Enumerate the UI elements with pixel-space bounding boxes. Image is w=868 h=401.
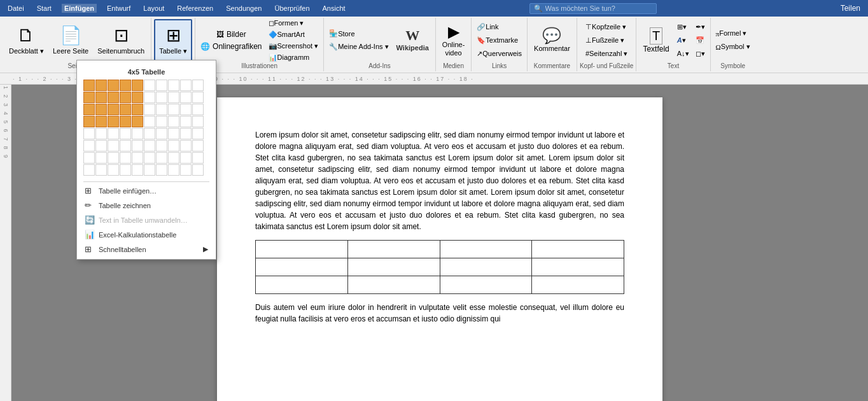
grid-cell[interactable] [120, 104, 131, 115]
grid-cell[interactable] [144, 116, 155, 127]
seitenumbruch-button[interactable]: ⊡ Seitenumbruch [94, 19, 148, 61]
grid-cell[interactable] [120, 92, 131, 103]
menu-entwurf[interactable]: Entwurf [104, 4, 133, 13]
textmarke-button[interactable]: 🔖 Textmarke [474, 34, 524, 46]
grid-cell[interactable] [168, 152, 179, 164]
grid-cell[interactable] [132, 140, 143, 151]
table-grid[interactable] [83, 80, 209, 176]
grid-cell[interactable] [144, 152, 155, 164]
screenshot-button[interactable]: 📷 Screenshot ▾ [266, 41, 321, 52]
search-box[interactable]: 🔍 [529, 3, 657, 14]
grid-cell[interactable] [108, 128, 119, 139]
grid-cell[interactable] [168, 92, 179, 103]
grid-cell[interactable] [180, 164, 192, 176]
grid-cell[interactable] [192, 80, 204, 91]
grid-cell[interactable] [95, 104, 107, 115]
grid-cell[interactable] [108, 164, 119, 176]
grid-cell[interactable] [132, 128, 143, 139]
grid-cell[interactable] [83, 164, 95, 176]
schnellbausteine-button[interactable]: ⊞▾ [675, 20, 692, 33]
grid-cell[interactable] [180, 128, 192, 139]
link-button[interactable]: 🔗 Link [474, 20, 524, 33]
grid-cell[interactable] [108, 92, 119, 103]
menu-einfuegen[interactable]: Einfügen [62, 4, 97, 13]
grid-cell[interactable] [132, 92, 143, 103]
tabelle-zeichnen-item[interactable]: ✏ Tabelle zeichnen [80, 198, 213, 213]
grid-cell[interactable] [95, 164, 107, 176]
grid-cell[interactable] [120, 80, 131, 91]
grid-cell[interactable] [168, 128, 179, 139]
seitenzahl-button[interactable]: # Seitenzahl ▾ [583, 47, 631, 60]
grid-cell[interactable] [108, 104, 119, 115]
wikipedia-button[interactable]: W Wikipedia [393, 19, 433, 61]
grid-cell[interactable] [156, 104, 167, 115]
grid-cell[interactable] [144, 104, 155, 115]
grid-cell[interactable] [132, 152, 143, 164]
grid-cell[interactable] [95, 116, 107, 127]
search-input[interactable] [545, 4, 647, 12]
grid-cell[interactable] [168, 140, 179, 151]
objekt-button[interactable]: ◻▾ [693, 47, 708, 60]
grid-cell[interactable] [180, 104, 192, 115]
grid-cell[interactable] [132, 80, 143, 91]
formen-button[interactable]: ◻ Formen ▾ [266, 18, 321, 29]
grid-cell[interactable] [144, 140, 155, 151]
kommentar-button[interactable]: 💬 Kommentar [530, 19, 574, 61]
menu-referenzen[interactable]: Referenzen [174, 4, 216, 13]
grid-cell[interactable] [120, 128, 131, 139]
grid-cell[interactable] [120, 140, 131, 151]
fusszeile-button[interactable]: ⊥ Fußzeile ▾ [583, 34, 631, 46]
grid-cell[interactable] [192, 104, 204, 115]
grid-cell[interactable] [168, 104, 179, 115]
grid-cell[interactable] [144, 92, 155, 103]
grid-cell[interactable] [192, 128, 204, 139]
grid-cell[interactable] [95, 92, 107, 103]
grid-cell[interactable] [156, 152, 167, 164]
textfeld-button[interactable]: T Textfeld [639, 26, 673, 55]
formel-button[interactable]: π Formel ▾ [713, 27, 753, 40]
grid-cell[interactable] [83, 140, 95, 151]
grid-cell[interactable] [168, 164, 179, 176]
meine-addins-button[interactable]: 🔧 Meine Add-Ins ▾ [326, 41, 391, 53]
menu-datei[interactable]: Datei [5, 4, 27, 13]
grid-cell[interactable] [168, 116, 179, 127]
grid-cell[interactable] [144, 80, 155, 91]
bilder-button[interactable]: 🖼 Bilder [198, 29, 264, 40]
grid-cell[interactable] [144, 128, 155, 139]
grid-cell[interactable] [108, 80, 119, 91]
grid-cell[interactable] [83, 80, 95, 91]
menu-start[interactable]: Start [34, 4, 54, 13]
grid-cell[interactable] [120, 152, 131, 164]
grid-cell[interactable] [156, 80, 167, 91]
grid-cell[interactable] [132, 164, 143, 176]
menu-ansicht[interactable]: Ansicht [320, 4, 348, 13]
onlinegrafiken-button[interactable]: 🌐 Onlinegrafiken [198, 41, 264, 52]
grid-cell[interactable] [156, 116, 167, 127]
menu-sendungen[interactable]: Sendungen [223, 4, 264, 13]
grid-cell[interactable] [192, 116, 204, 127]
menu-layout[interactable]: Layout [141, 4, 167, 13]
grid-cell[interactable] [95, 152, 107, 164]
grid-cell[interactable] [156, 140, 167, 151]
grid-cell[interactable] [120, 164, 131, 176]
tabelle-button[interactable]: ⊞ Tabelle ▾ [154, 19, 192, 61]
grid-cell[interactable] [95, 80, 107, 91]
tabelle-einfuegen-item[interactable]: ⊞ Tabelle einfügen… [80, 183, 213, 198]
grid-cell[interactable] [83, 104, 95, 115]
grid-cell[interactable] [83, 92, 95, 103]
grid-cell[interactable] [83, 152, 95, 164]
grid-cell[interactable] [95, 140, 107, 151]
online-video-button[interactable]: ▶ Online-video [438, 19, 468, 61]
excel-tabelle-item[interactable]: 📊 Excel-Kalkulationstabelle [80, 227, 213, 242]
store-button[interactable]: 🏪 Store [326, 27, 391, 40]
initiale-button[interactable]: A↓▾ [675, 47, 692, 60]
grid-cell[interactable] [180, 80, 192, 91]
datum-uhrzeit-button[interactable]: 📅 [693, 34, 708, 46]
grid-cell[interactable] [144, 164, 155, 176]
grid-cell[interactable] [132, 116, 143, 127]
grid-cell[interactable] [83, 116, 95, 127]
deckblatt-button[interactable]: 🗋 Deckblatt ▾ [5, 19, 48, 61]
grid-cell[interactable] [180, 140, 192, 151]
grid-cell[interactable] [108, 152, 119, 164]
grid-cell[interactable] [192, 164, 204, 176]
